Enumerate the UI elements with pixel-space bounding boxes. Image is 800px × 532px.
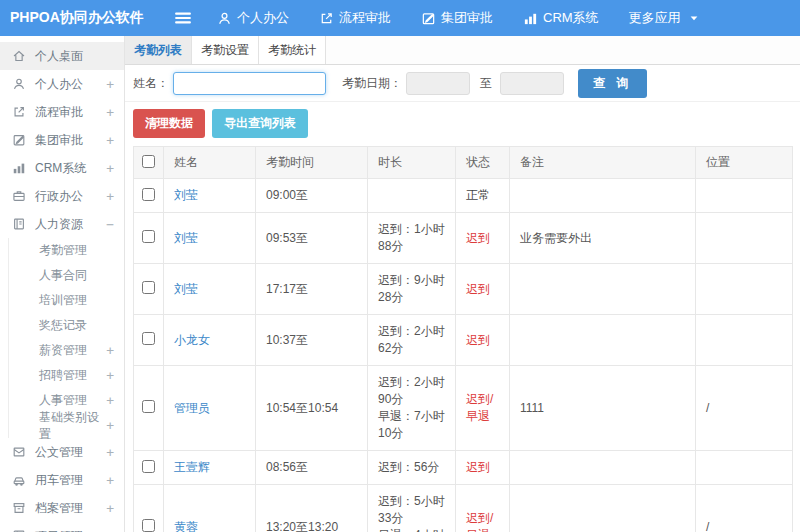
sidebar-item-label: 集团审批: [35, 132, 83, 149]
status-badge: 迟到: [456, 451, 510, 485]
sidebar-item-project-management[interactable]: 项目管理 +: [0, 522, 124, 532]
row-checkbox[interactable]: [142, 519, 155, 532]
date-from-input[interactable]: [406, 72, 470, 95]
sidebar-subitem-label: 招聘管理: [39, 367, 87, 384]
sidebar-item-label: 公文管理: [35, 444, 83, 461]
sidebar-subitem-label: 基础类别设置: [39, 409, 106, 443]
nav-item-crm-system[interactable]: CRM系统: [523, 9, 599, 27]
sidebar-item-group-approval[interactable]: 集团审批 +: [0, 126, 124, 154]
column-header-2: 时长: [368, 147, 456, 179]
select-all-checkbox[interactable]: [142, 155, 155, 168]
column-header-4: 备注: [510, 147, 696, 179]
sidebar-item-label: 流程审批: [35, 104, 83, 121]
location: [696, 315, 793, 366]
attendance-time: 13:20至13:20: [256, 485, 368, 532]
sidebar-item-base-category-settings[interactable]: 基础类别设置 +: [9, 413, 124, 438]
row-checkbox[interactable]: [142, 460, 155, 473]
sidebar-item-label: CRM系统: [35, 160, 86, 177]
sidebar-subitem-label: 人事管理: [39, 392, 87, 409]
sidebar-item-salary-management[interactable]: 薪资管理 +: [9, 338, 124, 363]
employee-name-link[interactable]: 小龙女: [174, 333, 210, 347]
name-input[interactable]: [173, 72, 326, 95]
car-icon: [12, 473, 27, 488]
tab-attendance-list[interactable]: 考勤列表: [125, 36, 192, 64]
project-icon: [12, 529, 27, 532]
employee-name-link[interactable]: 刘莹: [174, 231, 198, 245]
sidebar-item-vehicle-management[interactable]: 用车管理 +: [0, 466, 124, 494]
attendance-time: 09:00至: [256, 179, 368, 213]
sidebar-subitem-label: 考勤管理: [39, 242, 87, 259]
table-row: 王壹辉 08:56至 迟到：56分 迟到: [134, 451, 793, 485]
employee-name-link[interactable]: 刘莹: [174, 282, 198, 296]
doc-icon: [12, 445, 27, 460]
attendance-time: 09:53至: [256, 213, 368, 264]
sidebar-item-admin-office[interactable]: 行政办公 +: [0, 182, 124, 210]
row-checkbox[interactable]: [142, 188, 155, 201]
employee-name-link[interactable]: 刘莹: [174, 188, 198, 202]
remark: [510, 485, 696, 532]
sidebar-submenu: 考勤管理 人事合同 培训管理 奖惩记录 薪资管理 + 招聘管理 + 人事管理 +…: [8, 238, 124, 438]
nav-item-more-apps[interactable]: 更多应用: [629, 9, 700, 27]
date-to-input[interactable]: [500, 72, 564, 95]
duration: [368, 179, 456, 213]
remark: 业务需要外出: [510, 213, 696, 264]
nav-item-label: 集团审批: [441, 9, 493, 27]
sidebar-item-personal-office[interactable]: 个人办公 +: [0, 70, 124, 98]
clean-data-button[interactable]: 清理数据: [133, 109, 205, 138]
sidebar-item-human-resources[interactable]: 人力资源 −: [0, 210, 124, 238]
menu-icon[interactable]: [173, 8, 193, 28]
sidebar-subitem-label: 奖惩记录: [39, 317, 87, 334]
sidebar-subitem-label: 人事合同: [39, 267, 87, 284]
nav-item-workflow-approval[interactable]: 流程审批: [319, 9, 391, 27]
attendance-time: 10:37至: [256, 315, 368, 366]
expand-toggle-icon: +: [106, 343, 114, 358]
status-badge: 迟到: [456, 315, 510, 366]
remark: [510, 179, 696, 213]
nav-item-label: 更多应用: [629, 9, 681, 27]
tab-attendance-settings[interactable]: 考勤设置: [192, 36, 259, 64]
nav-item-group-approval[interactable]: 集团审批: [421, 9, 493, 27]
sidebar-item-personnel-contract[interactable]: 人事合同: [9, 263, 124, 288]
expand-toggle-icon: +: [106, 77, 114, 92]
status-badge: 迟到: [456, 264, 510, 315]
table-row: 黄蓉 13:20至13:20 迟到：5小时33分早退：4小时67分 迟到/早退 …: [134, 485, 793, 532]
attendance-time: 10:54至10:54: [256, 366, 368, 451]
sidebar: 个人桌面 个人办公 + 流程审批 + 集团审批 + CRM系统 + 行政办公 +…: [0, 36, 125, 532]
row-checkbox[interactable]: [142, 332, 155, 345]
row-checkbox[interactable]: [142, 281, 155, 294]
sidebar-item-personal-desktop[interactable]: 个人桌面: [0, 42, 124, 70]
row-checkbox[interactable]: [142, 400, 155, 413]
sidebar-item-archive-management[interactable]: 档案管理 +: [0, 494, 124, 522]
duration: 迟到：1小时88分: [368, 213, 456, 264]
sidebar-item-recruitment-management[interactable]: 招聘管理 +: [9, 363, 124, 388]
remark: [510, 264, 696, 315]
location: [696, 213, 793, 264]
sidebar-item-label: 用车管理: [35, 472, 83, 489]
sidebar-item-crm-system[interactable]: CRM系统 +: [0, 154, 124, 182]
employee-name-link[interactable]: 黄蓉: [174, 520, 198, 532]
employee-name-link[interactable]: 王壹辉: [174, 460, 210, 474]
expand-toggle-icon: +: [106, 473, 114, 488]
duration: 迟到：5小时33分早退：4小时67分: [368, 485, 456, 532]
sidebar-subitem-label: 培训管理: [39, 292, 87, 309]
sidebar-item-reward-punishment[interactable]: 奖惩记录: [9, 313, 124, 338]
expand-toggle-icon: +: [106, 161, 114, 176]
home-icon: [12, 49, 27, 64]
search-button[interactable]: 查 询: [578, 69, 647, 98]
row-checkbox[interactable]: [142, 230, 155, 243]
sidebar-item-workflow-approval[interactable]: 流程审批 +: [0, 98, 124, 126]
book-icon: [12, 217, 27, 232]
main-content: 考勤列表 考勤设置 考勤统计 姓名： 考勤日期： 至 查 询 清理数据 导出查询…: [125, 36, 800, 532]
export-list-button[interactable]: 导出查询列表: [212, 109, 308, 138]
nav-item-personal-office[interactable]: 个人办公: [217, 9, 289, 27]
sidebar-item-training-management[interactable]: 培训管理: [9, 288, 124, 313]
table-header-row: 姓名考勤时间时长状态备注位置: [134, 147, 793, 179]
status-badge: 迟到: [456, 213, 510, 264]
employee-name-link[interactable]: 管理员: [174, 401, 210, 415]
sidebar-item-attendance-management[interactable]: 考勤管理: [9, 238, 124, 263]
briefcase-icon: [12, 189, 27, 204]
status-badge: 迟到/早退: [456, 366, 510, 451]
expand-toggle-icon: +: [106, 105, 114, 120]
tab-attendance-stats[interactable]: 考勤统计: [259, 36, 326, 64]
actions-bar: 清理数据 导出查询列表: [125, 102, 800, 146]
